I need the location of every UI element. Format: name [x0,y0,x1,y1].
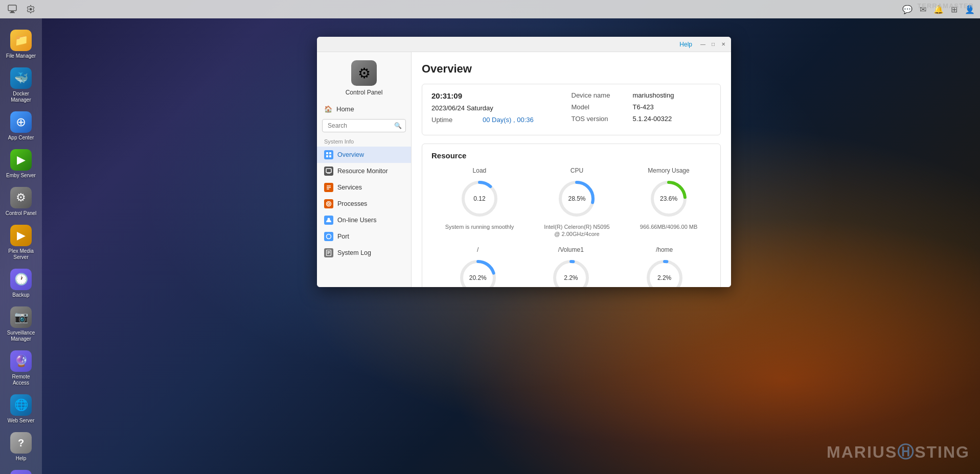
gauge-value-home: 2.2% [644,257,685,287]
svg-rect-5 [329,152,331,154]
gauge-sub-cpu: Intel(R) Celeron(R) N5095 @ 2.00GHz/4cor… [541,223,612,238]
gauge-label-home: /home [656,246,673,253]
home-label: Home [336,105,354,113]
nav-icon-processes [324,199,333,208]
dock-icon-web-server: 🌐 [10,394,32,416]
dock-item-technical-support[interactable]: 🎧 Technical Support [2,467,40,474]
taskbar-settings-icon[interactable] [24,2,38,16]
dock-item-backup[interactable]: 🕐 Backup [2,266,40,301]
window-search-input[interactable] [322,119,406,132]
dock-label-surveillance: Surveillance Manager [5,330,37,342]
gauge-ring-load: 0.12 [459,178,500,219]
dock-item-remote-access[interactable]: 🔮 Remote Access [2,347,40,389]
window-sidebar: ⚙ Control Panel 🏠 Home 🔍 System Info Ove… [317,52,412,287]
window-sidebar-title: Control Panel [346,89,383,96]
dock-item-emby-server[interactable]: ▶ Emby Server [2,146,40,182]
svg-rect-7 [329,155,331,157]
svg-rect-6 [326,155,328,157]
gauge-load: Load 0.12 System is running smoothly [445,167,514,238]
nav-item-overview[interactable]: Overview [317,147,411,163]
svg-rect-8 [326,169,331,173]
uptime-label: Uptime [431,116,483,124]
nav-icon-overview [324,150,333,159]
dock-item-plex[interactable]: ▶ Plex Media Server [2,222,40,264]
window-nav: Overview Resource Monitor Services [317,147,411,287]
window-close-button[interactable]: ✕ [720,41,727,48]
nav-item-port[interactable]: Port [317,228,411,245]
gauge-volume1: /Volume1 2.2% 4.57/219.38(GB) [550,246,591,287]
dock-item-app-center[interactable]: ⊕ App Center [2,108,40,144]
dock-item-web-server[interactable]: 🌐 Web Server [2,391,40,427]
nav-label-processes: Processes [337,200,367,207]
svg-rect-2 [10,12,15,13]
dock-icon-technical-support: 🎧 [10,470,32,474]
dock-label-web-server: Web Server [8,418,35,424]
nav-label-overview: Overview [337,151,364,158]
nav-item-system-log[interactable]: System Log [317,245,411,261]
nav-icon-system-log [324,248,333,257]
dock-label-file-manager: File Manager [6,53,36,59]
nav-icon-online-users [324,216,333,225]
dock-item-surveillance[interactable]: 📷 Surveillance Manager [2,303,40,345]
uptime-value: 00 Day(s) , 00:36 [483,116,534,124]
svg-point-13 [327,234,331,239]
dock-label-remote-access: Remote Access [5,374,37,386]
window-help-link[interactable]: Help [679,41,692,48]
svg-point-11 [327,202,331,206]
dock-label-emby-server: Emby Server [6,173,36,179]
gauge-ring-root: 20.2% [458,257,498,287]
svg-rect-4 [326,152,328,154]
dock: 📁 File Manager 🐳 Docker Manager ⊕ App Ce… [0,18,42,474]
tos-value: 5.1.24-00322 [633,115,672,123]
window-main-content: Overview 20:31:09 2023/06/24 Saturday Up… [412,52,731,287]
dock-icon-file-manager: 📁 [10,30,32,51]
gauge-label-cpu: CPU [571,167,583,174]
window-minimize-button[interactable]: — [699,41,706,48]
model-value: T6-423 [633,103,654,111]
gauge-root: / 20.2% 1.41/7.41(GB) [458,246,498,287]
window-titlebar: Help — □ ✕ [317,37,731,52]
window-home-item[interactable]: 🏠 Home [317,101,411,117]
gauge-value-root: 20.2% [458,257,498,287]
taskbar: 💬 ✉ 🔔 ⊞ 👤 [0,0,980,18]
nav-item-services[interactable]: Services [317,179,411,196]
dock-item-control-panel[interactable]: ⚙ Control Panel [2,184,40,220]
dock-icon-backup: 🕐 [10,269,32,290]
nav-label-resource-monitor: Resource Monitor [337,168,388,175]
dock-label-app-center: App Center [8,135,34,141]
resource-card: Resource Load 0.12 System is ru [422,144,721,287]
nav-icon-port [324,232,333,241]
resource-title: Resource [431,151,711,160]
dock-item-help[interactable]: ? Help [2,429,40,465]
gauge-label-root: / [477,246,478,253]
taskbar-chat-icon[interactable]: 💬 [902,5,913,14]
dock-item-file-manager[interactable]: 📁 File Manager [2,27,40,62]
dock-icon-plex: ▶ [10,225,32,246]
dock-item-docker-manager[interactable]: 🐳 Docker Manager [2,64,40,106]
dock-label-docker-manager: Docker Manager [5,91,37,103]
nav-label-port: Port [337,233,349,240]
control-panel-window: Help — □ ✕ ⚙ Control Panel 🏠 Home 🔍 Syst… [317,37,731,287]
window-section-label: System Info [317,134,411,147]
dock-icon-help: ? [10,432,32,454]
dock-label-plex: Plex Media Server [5,248,37,260]
nav-item-resource-monitor[interactable]: Resource Monitor [317,163,411,179]
resource-gauges-disk: / 20.2% 1.41/7.41(GB) /Volume1 [431,246,711,287]
gauge-value-load: 0.12 [459,178,500,219]
gauge-ring-memory: 23.6% [648,178,689,219]
dock-icon-app-center: ⊕ [10,111,32,133]
window-search-bar: 🔍 [322,119,406,132]
watermark: MARIUSⒽSTING [827,441,970,464]
window-maximize-button[interactable]: □ [710,41,717,48]
nav-item-processes[interactable]: Processes [317,196,411,212]
nav-item-online-users[interactable]: On-line Users [317,212,411,228]
gauge-value-memory: 23.6% [648,178,689,219]
gauge-label-memory: Memory Usage [648,167,689,174]
device-name-label: Device name [572,91,633,99]
svg-point-10 [328,203,330,205]
taskbar-desktop-icon[interactable] [5,2,19,16]
nav-icon-services [324,183,333,192]
taskbar-left [5,2,38,16]
dock-label-control-panel: Control Panel [6,210,37,217]
dock-icon-emby-server: ▶ [10,149,32,171]
